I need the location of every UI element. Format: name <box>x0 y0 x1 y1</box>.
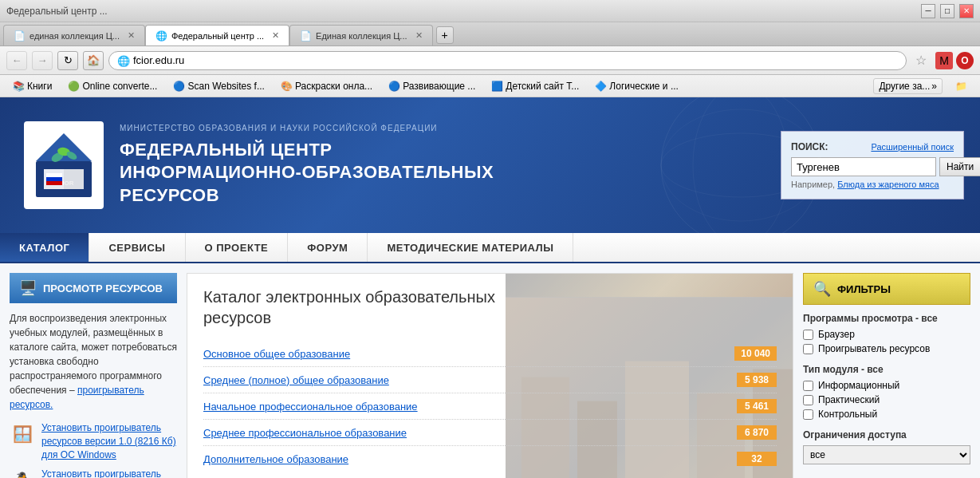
search-button[interactable]: Найти <box>939 157 980 176</box>
title-bar: Федеральный центр ... ─ □ ✕ <box>0 0 980 22</box>
catalog-list: Основное общее образование 10 040 Средне… <box>187 334 793 478</box>
sidebar-title: ПРОСМОТР РЕСУРСОВ <box>43 282 163 294</box>
reload-button[interactable]: ↻ <box>57 51 78 70</box>
bookmark-label-4: Развивающие ... <box>403 81 475 92</box>
bookmark-kids[interactable]: 🟦 Детский сайт Т... <box>485 79 585 93</box>
installer-linux: 🐧 Установить проигрыватель ресурсов верс… <box>10 468 177 478</box>
filter-control-label: Контрольный <box>818 409 877 420</box>
filter-access-group: Ограничения доступа все <box>803 429 970 464</box>
catalog-link-2[interactable]: Начальное профессиональное образование <box>203 401 729 413</box>
bookmark-converter[interactable]: 🟢 Online converte... <box>61 79 163 93</box>
installer-windows: 🪟 Установить проигрыватель ресурсов верс… <box>10 421 177 461</box>
folder-icon: 📁 <box>955 81 967 92</box>
center-content: Каталог электронных образовательных ресу… <box>187 273 793 478</box>
filter-browser-checkbox[interactable] <box>803 330 813 340</box>
installer-windows-link[interactable]: Установить проигрыватель ресурсов версии… <box>41 421 177 461</box>
filter-browser-option: Браузер <box>803 329 970 340</box>
back-button[interactable]: ← <box>6 51 27 70</box>
opera-icon[interactable]: O <box>956 52 974 69</box>
filter-info-checkbox[interactable] <box>803 381 813 391</box>
address-bar: ← → ↻ 🏠 🌐 fcior.edu.ru ☆ M O <box>0 46 980 75</box>
catalog-link-4[interactable]: Дополнительное образование <box>203 453 729 465</box>
catalog-link-0[interactable]: Основное общее образование <box>203 348 726 360</box>
catalog-row-2: Начальное профессиональное образование 5… <box>203 393 777 420</box>
tab-label-3: Единая коллекция Ц... <box>316 31 407 41</box>
nav-forum[interactable]: ФОРУМ <box>288 233 368 262</box>
tab-label-2: Федеральный центр ... <box>171 31 264 41</box>
filter-title: ФИЛЬТРЫ <box>837 283 891 295</box>
catalog-count-4: 32 <box>737 452 777 466</box>
tab-1[interactable]: 📄 единая коллекция Ц... ✕ <box>3 25 145 45</box>
installer-linux-link[interactable]: Установить проигрыватель ресурсов версии… <box>41 468 177 478</box>
site-header: FCIOR МИНИСТЕРСТВО ОБРАЗОВАНИЯ И НАУКИ Р… <box>0 97 980 233</box>
filter-player-checkbox[interactable] <box>803 344 813 354</box>
windows-icon: 🪟 <box>10 421 35 447</box>
tab-label-1: единая коллекция Ц... <box>30 31 120 41</box>
close-button[interactable]: ✕ <box>959 4 974 18</box>
nav-services[interactable]: СЕРВИСЫ <box>89 233 185 262</box>
svg-point-0 <box>661 97 821 233</box>
bookmark-books[interactable]: 📚 Книги <box>6 79 58 93</box>
bookmark-scan[interactable]: 🔵 Scan Websites f... <box>167 79 271 93</box>
forward-button[interactable]: → <box>32 51 53 70</box>
new-tab-button[interactable]: + <box>436 26 454 44</box>
nav-about[interactable]: О ПРОЕКТЕ <box>186 233 289 262</box>
nav-catalog[interactable]: КАТАЛОГ <box>0 233 89 262</box>
filter-control-option: Контрольный <box>803 409 970 420</box>
browser-frame: Федеральный центр ... ─ □ ✕ 📄 единая кол… <box>0 0 980 478</box>
sidebar-header: 🖥️ ПРОСМОТР РЕСУРСОВ <box>10 273 177 303</box>
tab-bar: 📄 единая коллекция Ц... ✕ 🌐 Федеральный … <box>0 22 980 46</box>
filter-access-select[interactable]: все <box>803 445 970 464</box>
filter-player-option: Проигрыватель ресурсов <box>803 343 970 354</box>
filter-info-label: Информационный <box>818 380 899 391</box>
sidebar-description: Для воспроизведения электронных учебных … <box>10 311 177 412</box>
left-sidebar: 🖥️ ПРОСМОТР РЕСУРСОВ Для воспроизведения… <box>10 273 177 478</box>
search-example-link[interactable]: Блюда из жареного мяса <box>837 180 939 189</box>
site-wrapper: FCIOR МИНИСТЕРСТВО ОБРАЗОВАНИЯ И НАУКИ Р… <box>0 97 980 478</box>
catalog-link-1[interactable]: Среднее (полное) общее образование <box>203 374 729 386</box>
tab-close-3[interactable]: ✕ <box>415 30 423 41</box>
gmail-icon[interactable]: M <box>935 52 953 69</box>
tab-3[interactable]: 📄 Единая коллекция Ц... ✕ <box>289 25 432 45</box>
bookmark-coloring[interactable]: 🎨 Раскраски онла... <box>274 79 379 93</box>
catalog-count-3: 6 870 <box>737 425 777 440</box>
filter-access-label: Ограничения доступа <box>803 429 970 440</box>
window-title: Федеральный центр ... <box>6 6 108 17</box>
nav-methods[interactable]: МЕТОДИЧЕСКИЕ МАТЕРИАЛЫ <box>368 233 573 262</box>
converter-favicon: 🟢 <box>68 81 79 92</box>
home-button[interactable]: 🏠 <box>83 51 104 70</box>
maximize-button[interactable]: □ <box>940 4 954 18</box>
filter-browser-label: Браузер <box>818 329 855 340</box>
filter-practical-checkbox[interactable] <box>803 395 813 405</box>
tab-close-1[interactable]: ✕ <box>128 30 135 41</box>
svg-rect-13 <box>46 177 62 181</box>
filter-control-checkbox[interactable] <box>803 409 813 420</box>
site-favicon: 🌐 <box>117 55 128 66</box>
bookmark-label-2: Scan Websites f... <box>187 81 265 92</box>
url-bar[interactable]: 🌐 fcior.edu.ru <box>108 51 907 70</box>
bookmark-folder[interactable]: 📁 <box>949 79 974 93</box>
monitor-icon: 🖥️ <box>19 279 37 297</box>
bookmark-label-5: Детский сайт Т... <box>506 81 579 92</box>
svg-point-3 <box>661 109 821 221</box>
advanced-search-link[interactable]: Расширенный поиск <box>871 142 954 152</box>
coloring-favicon: 🎨 <box>281 81 292 92</box>
site-logo: FCIOR <box>24 121 104 209</box>
tab-2[interactable]: 🌐 Федеральный центр ... ✕ <box>145 25 289 45</box>
bookmark-logic[interactable]: 🔷 Логические и ... <box>588 79 685 93</box>
bookmark-developing[interactable]: 🔵 Развивающие ... <box>382 79 482 93</box>
bookmark-star-icon[interactable]: ☆ <box>911 51 931 70</box>
developing-favicon: 🔵 <box>388 81 399 92</box>
tab-favicon-2: 🌐 <box>155 30 167 41</box>
svg-marker-5 <box>36 133 92 161</box>
catalog-row-4: Дополнительное образование 32 <box>203 446 777 472</box>
catalog-link-3[interactable]: Среднее профессиональное образование <box>203 427 729 439</box>
bookmarks-bar: 📚 Книги 🟢 Online converte... 🔵 Scan Webs… <box>0 75 980 97</box>
minimize-button[interactable]: ─ <box>921 4 935 18</box>
bookmarks-more-button[interactable]: Другие за... » <box>873 78 943 94</box>
site-main: 🖥️ ПРОСМОТР РЕСУРСОВ Для воспроизведения… <box>0 263 980 478</box>
catalog-row-3: Среднее профессиональное образование 6 8… <box>203 420 777 446</box>
tab-close-2[interactable]: ✕ <box>272 30 279 41</box>
bookmark-label-6: Логические и ... <box>609 81 679 92</box>
site-nav: КАТАЛОГ СЕРВИСЫ О ПРОЕКТЕ ФОРУМ МЕТОДИЧЕ… <box>0 233 980 263</box>
